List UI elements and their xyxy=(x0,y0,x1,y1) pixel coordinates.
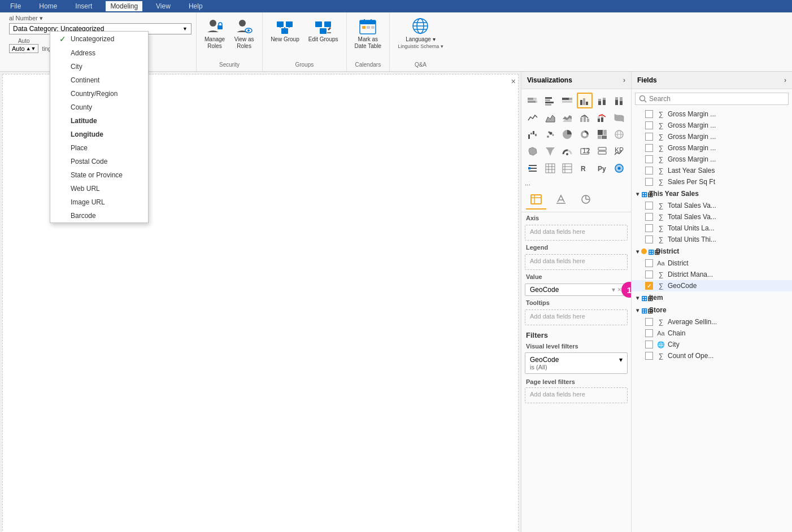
dropdown-item-stateorprovince[interactable]: State or Province xyxy=(50,168,148,182)
checkbox-district[interactable] xyxy=(645,259,653,267)
viz-map[interactable] xyxy=(611,127,627,142)
viz-stacked-area[interactable] xyxy=(559,110,575,125)
dropdown-item-imageurl[interactable]: Image URL xyxy=(50,195,148,209)
field-item-district[interactable]: Aa District xyxy=(632,258,792,269)
search-input[interactable] xyxy=(649,95,785,103)
checkbox-gm5[interactable] xyxy=(645,155,653,163)
viz-funnel[interactable] xyxy=(542,143,558,159)
view-as-roles-button[interactable]: View asRoles xyxy=(230,15,258,52)
ribbon-tab-modeling[interactable]: Modeling xyxy=(106,1,142,11)
checkbox-gm3[interactable] xyxy=(645,133,653,141)
viz-line[interactable] xyxy=(525,110,541,125)
viz-azure-map[interactable] xyxy=(611,160,627,176)
dropdown-item-continent[interactable]: Continent xyxy=(50,73,148,87)
group-header-this-year-sales[interactable]: ▾ ⊞ This Year Sales xyxy=(632,187,792,200)
viz-100pct-bar[interactable] xyxy=(559,93,575,108)
canvas-close-button[interactable]: × xyxy=(511,77,516,86)
field-item-gross-margin-1[interactable]: Gross Margin ... xyxy=(632,108,792,120)
checkbox-gm2[interactable] xyxy=(645,121,653,129)
fields-expand-icon[interactable]: › xyxy=(784,76,786,84)
checkbox-tsv2[interactable] xyxy=(645,213,653,221)
viz-filled-map[interactable] xyxy=(525,143,541,159)
viz-table[interactable] xyxy=(542,160,558,176)
viz-stacked-bar[interactable] xyxy=(525,93,541,108)
ribbon-tab-view[interactable]: View xyxy=(151,1,175,11)
geocode-filter-card[interactable]: GeoCode ▾ is (All) xyxy=(525,352,628,374)
field-item-district-mana[interactable]: District Mana... xyxy=(632,269,792,280)
viz-card[interactable]: 123 xyxy=(577,143,593,159)
checkbox-gm4[interactable] xyxy=(645,144,653,152)
dropdown-item-longitude[interactable]: Longitude xyxy=(50,128,148,141)
geocode-value-pill[interactable]: GeoCode ▾ × 1 xyxy=(525,284,628,296)
field-item-tsv2[interactable]: Total Sales Va... xyxy=(632,211,792,223)
checkbox-spsf[interactable] xyxy=(645,178,653,186)
viz-scatter[interactable] xyxy=(542,127,558,142)
ribbon-tab-insert[interactable]: Insert xyxy=(71,1,97,11)
checkbox-avgselling[interactable] xyxy=(645,318,653,326)
viz-treemap[interactable] xyxy=(594,127,610,142)
page-level-drop-zone[interactable]: Add data fields here xyxy=(525,387,628,403)
viz-multi-card[interactable] xyxy=(594,143,610,159)
dropdown-item-latitude[interactable]: Latitude xyxy=(50,114,148,128)
viz-slicer[interactable] xyxy=(525,160,541,176)
checkbox-gm1[interactable] xyxy=(645,110,653,118)
ribbon-tab-help[interactable]: Help xyxy=(184,1,207,11)
viz-line-stacked[interactable] xyxy=(594,110,610,125)
viz-tab-fields[interactable] xyxy=(526,192,546,210)
field-item-city[interactable]: City xyxy=(632,339,792,350)
viz-expand-icon[interactable]: › xyxy=(623,76,625,84)
checkbox-tut[interactable] xyxy=(645,236,653,243)
auto-select[interactable]: Auto ▲▼ xyxy=(9,44,38,53)
viz-stacked-col[interactable] xyxy=(594,93,610,108)
field-item-count-ope[interactable]: Count of Ope... xyxy=(632,350,792,361)
field-item-sales-per-sqft[interactable]: Sales Per Sq Ft xyxy=(632,176,792,187)
viz-tab-format[interactable] xyxy=(551,192,571,210)
viz-kpi[interactable]: KPI xyxy=(611,143,627,159)
viz-clustered-col[interactable] xyxy=(577,93,593,108)
dropdown-item-countryregion[interactable]: Country/Region xyxy=(50,87,148,101)
checkbox-city[interactable] xyxy=(645,341,653,348)
field-item-tsv1[interactable]: Total Sales Va... xyxy=(632,200,792,211)
new-group-button[interactable]: New Group xyxy=(267,15,303,45)
manage-roles-button[interactable]: ManageRoles xyxy=(201,15,228,52)
axis-drop-zone[interactable]: Add data fields here xyxy=(525,225,628,241)
dropdown-item-city[interactable]: City xyxy=(50,60,148,73)
field-item-geocode[interactable]: ✓ GeoCode xyxy=(632,280,792,291)
field-item-chain[interactable]: Aa Chain xyxy=(632,328,792,339)
tooltips-drop-zone[interactable]: Add data fields here xyxy=(525,309,628,325)
field-item-tut[interactable]: Total Units Thi... xyxy=(632,234,792,245)
field-item-avg-selling[interactable]: Average Sellin... xyxy=(632,316,792,328)
checkbox-tul[interactable] xyxy=(645,224,653,232)
group-header-store[interactable]: ▾ ⊞ Store xyxy=(632,304,792,316)
viz-clustered-bar[interactable] xyxy=(542,93,558,108)
viz-line-clustered[interactable] xyxy=(577,110,593,125)
viz-ribbon[interactable] xyxy=(611,110,627,125)
field-item-gross-margin-5[interactable]: Gross Margin ... xyxy=(632,154,792,165)
field-item-last-year-sales[interactable]: Last Year Sales xyxy=(632,165,792,176)
mark-date-table-button[interactable]: Mark asDate Table xyxy=(351,15,385,52)
ribbon-tab-home[interactable]: Home xyxy=(34,1,62,11)
checkbox-chain[interactable] xyxy=(645,329,653,337)
dropdown-item-place[interactable]: Place xyxy=(50,141,148,155)
dropdown-item-weburl[interactable]: Web URL xyxy=(50,182,148,195)
ribbon-tab-file[interactable]: File xyxy=(6,1,25,11)
field-item-gross-margin-4[interactable]: Gross Margin ... xyxy=(632,142,792,154)
checkbox-geocode[interactable]: ✓ xyxy=(645,282,653,290)
field-item-tul[interactable]: Total Units La... xyxy=(632,223,792,234)
viz-tab-analytics[interactable] xyxy=(576,192,596,210)
edit-groups-button[interactable]: Edit Groups xyxy=(305,15,342,45)
checkbox-lys[interactable] xyxy=(645,167,653,175)
field-item-gross-margin-3[interactable]: Gross Margin ... xyxy=(632,131,792,142)
language-button[interactable]: Language ▾Linguistic Schema ▾ xyxy=(394,15,447,52)
viz-matrix[interactable] xyxy=(559,160,575,176)
viz-donut[interactable] xyxy=(577,127,593,142)
group-header-item[interactable]: ▾ ⊞ Item xyxy=(632,291,792,304)
checkbox-countope[interactable] xyxy=(645,352,653,360)
dropdown-item-barcode[interactable]: Barcode xyxy=(50,209,148,223)
viz-gauge[interactable] xyxy=(559,143,575,159)
checkbox-tsv1[interactable] xyxy=(645,202,653,210)
legend-drop-zone[interactable]: Add data fields here xyxy=(525,254,628,270)
viz-r-visual[interactable]: R xyxy=(577,160,593,176)
viz-waterfall[interactable] xyxy=(525,127,541,142)
field-item-gross-margin-2[interactable]: Gross Margin ... xyxy=(632,120,792,131)
